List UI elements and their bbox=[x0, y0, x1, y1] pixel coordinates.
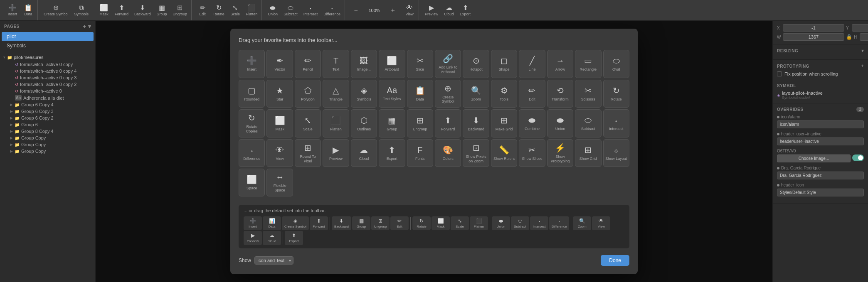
h-input[interactable] bbox=[860, 33, 868, 41]
x-input[interactable] bbox=[783, 24, 844, 32]
tool-item-add-link[interactable]: 🔗 Add Link to Artboard bbox=[435, 50, 461, 78]
tool-item-subtract2[interactable]: ⬭ Subtract bbox=[575, 109, 601, 137]
toolbar-ungroup-btn[interactable]: ⊞ Ungroup bbox=[170, 3, 190, 18]
layers-root-group[interactable]: ▾ 📁 pilot/measures bbox=[0, 54, 95, 61]
default-bar-item-d-group[interactable]: ▦ Group bbox=[352, 216, 370, 231]
default-bar-item-d-backward[interactable]: ⬇ Backward bbox=[332, 216, 351, 231]
list-item[interactable]: ↺ form/switch--active 0 copy bbox=[0, 61, 95, 68]
tool-item-text-styles[interactable]: Aa Text Styles bbox=[379, 80, 405, 108]
default-bar-item-d-rotate[interactable]: ↻ Rotate bbox=[412, 216, 431, 231]
tool-item-rotate[interactable]: ↻ Rotate bbox=[603, 80, 629, 108]
tool-item-artboard[interactable]: ⬜ Artboard bbox=[379, 50, 405, 78]
toolbar-group-btn[interactable]: ▦ Group bbox=[154, 3, 170, 18]
toolbar-backward-btn[interactable]: ⬇ Backward bbox=[132, 3, 153, 18]
override-toggle[interactable] bbox=[852, 154, 864, 161]
toolbar-insert-btn[interactable]: ➕ Insert bbox=[5, 3, 20, 18]
list-item[interactable]: ▶ 📁 Group 6 Copy 2 bbox=[0, 115, 95, 121]
default-bar-item-d-create-symbol[interactable]: ◈ Create Symbol bbox=[282, 216, 309, 231]
list-item[interactable]: ▶ 📁 Group 6 Copy 4 bbox=[0, 101, 95, 108]
chevron-up-icon[interactable]: ▾ bbox=[88, 23, 91, 29]
list-item[interactable]: ↺ form/switch--active 0 copy 3 bbox=[0, 74, 95, 81]
page-pilot[interactable]: pilot bbox=[2, 32, 94, 41]
list-item[interactable]: ▶ 📁 Group 6 bbox=[0, 121, 95, 128]
list-item[interactable]: ▶ 📁 Group 6 Copy 3 bbox=[0, 108, 95, 115]
tool-item-backward[interactable]: ⬇ Backward bbox=[463, 109, 489, 137]
tool-item-edit[interactable]: ✏ Edit bbox=[519, 80, 545, 108]
tool-item-view[interactable]: 👁 View bbox=[266, 139, 293, 167]
list-item[interactable]: ▶ 📁 Group Copy bbox=[0, 148, 95, 154]
override-icon-alarm-select[interactable]: icon/alarm bbox=[777, 120, 864, 128]
tool-item-rounded[interactable]: ▢ Rounded bbox=[239, 80, 265, 108]
tool-item-group[interactable]: ▦ Group bbox=[379, 109, 405, 137]
tool-item-shape[interactable]: ◻ Shape bbox=[491, 50, 517, 78]
toolbar-edit-btn[interactable]: ✏ Edit bbox=[195, 3, 210, 18]
toolbar-preview-btn[interactable]: ▶ Preview bbox=[422, 3, 441, 18]
fix-position-checkbox[interactable] bbox=[777, 71, 782, 76]
tool-item-polygon[interactable]: ⬠ Polygon bbox=[295, 80, 321, 108]
tool-item-image[interactable]: 🖼 Image... bbox=[351, 50, 377, 78]
tool-item-export[interactable]: ⬆ Export bbox=[379, 139, 405, 167]
tool-item-symbols[interactable]: ◈ Symbols bbox=[351, 80, 377, 108]
tool-item-oval[interactable]: ⬭ Oval bbox=[603, 50, 629, 78]
tool-item-star[interactable]: ★ Star bbox=[266, 80, 293, 108]
tool-item-forward[interactable]: ⬆ Forward bbox=[435, 109, 461, 137]
tool-item-show-prototyping[interactable]: ⚡ Show Prototyping bbox=[547, 139, 573, 167]
tool-item-line[interactable]: ╱ Line bbox=[519, 50, 545, 78]
tool-item-difference2[interactable]: ⬫ Difference bbox=[239, 139, 265, 167]
list-item[interactable]: Aa Adherencia a la diet bbox=[0, 94, 95, 101]
list-item[interactable]: ↺ form/switch--active 0 copy 2 bbox=[0, 81, 95, 88]
y-input[interactable] bbox=[852, 24, 868, 32]
tool-item-pencil[interactable]: ✏ Pencil bbox=[295, 50, 321, 78]
resizing-toggle[interactable]: ▾ bbox=[861, 48, 864, 54]
tool-item-intersect2[interactable]: ⬪ Intersect bbox=[603, 109, 629, 137]
tool-item-scale[interactable]: ⤡ Scale bbox=[295, 109, 321, 137]
toolbar-rotate-btn[interactable]: ↻ Rotate bbox=[211, 3, 227, 18]
default-bar-item-d-edit[interactable]: ✏ Edit bbox=[390, 216, 409, 231]
default-bar-item-d-ungroup[interactable]: ⊞ Ungroup bbox=[371, 216, 390, 231]
default-bar-item-d-export[interactable]: ⬆ Export bbox=[285, 231, 303, 245]
default-bar-item-d-intersect[interactable]: ⬪ Intersect bbox=[530, 216, 548, 231]
list-item[interactable]: ↺ form/switch--active 0 bbox=[0, 88, 95, 94]
tool-item-fonts[interactable]: F Fonts bbox=[407, 139, 433, 167]
tool-item-rectangle[interactable]: ▭ Rectangle bbox=[575, 50, 601, 78]
tool-item-vector[interactable]: ✒ Vector bbox=[266, 50, 293, 78]
tool-item-cloud[interactable]: ☁ Cloud bbox=[351, 139, 377, 167]
tool-item-outlines[interactable]: ⬡ Outlines bbox=[351, 109, 377, 137]
tool-item-rotate-copies[interactable]: ↻ Rotate Copies bbox=[239, 109, 265, 137]
tool-item-flexible-space[interactable]: ↔ Flexible Space bbox=[266, 169, 293, 196]
tool-item-data[interactable]: 📋 Data bbox=[407, 80, 433, 108]
tool-item-show-pixels[interactable]: ⊡ Show Pixels on Zoom bbox=[463, 139, 489, 167]
override-dra-garcia-input[interactable] bbox=[777, 172, 864, 179]
default-bar-item-d-subtract[interactable]: ⬭ Subtract bbox=[511, 216, 529, 231]
default-bar-item-d-cloud[interactable]: ☁ Cloud bbox=[263, 231, 281, 245]
default-bar-item-d-mask[interactable]: ⬜ Mask bbox=[432, 216, 450, 231]
default-bar-item-d-zoom[interactable]: 🔍 Zoom bbox=[573, 216, 591, 231]
show-select[interactable]: Icon and Text Icon Only Text Only bbox=[254, 256, 293, 265]
tool-item-arrow[interactable]: → Arrow bbox=[547, 50, 573, 78]
list-item[interactable]: ▶ 📁 Group 8 Copy 4 bbox=[0, 128, 95, 135]
default-bar-item-d-difference[interactable]: ⬫ Difference bbox=[549, 216, 569, 231]
prototyping-add-icon[interactable]: + bbox=[861, 63, 864, 69]
default-bar-item-d-view[interactable]: 👁 View bbox=[592, 216, 610, 231]
w-input[interactable] bbox=[783, 33, 844, 41]
override-header-user-select[interactable]: header/user--inactive bbox=[777, 137, 864, 145]
default-bar-item-d-flatten[interactable]: ⬛ Flatten bbox=[470, 216, 488, 231]
add-page-icon[interactable]: + bbox=[83, 23, 86, 29]
tool-item-show-rulers[interactable]: 📏 Show Rulers bbox=[491, 139, 517, 167]
default-bar-item-d-data[interactable]: 📊 Data bbox=[263, 216, 281, 231]
tool-item-show-layout[interactable]: ⬦ Show Layout bbox=[603, 139, 629, 167]
toolbar-difference-btn[interactable]: ⬫ Difference bbox=[321, 3, 343, 18]
tool-item-transform[interactable]: ⟲ Transform bbox=[547, 80, 573, 108]
toolbar-intersect-btn[interactable]: ⬪ Intersect bbox=[301, 3, 321, 18]
tool-item-insert[interactable]: ➕ Insert bbox=[239, 50, 265, 78]
tool-item-mask[interactable]: ⬜ Mask bbox=[266, 109, 293, 137]
toolbar-forward-btn[interactable]: ⬆ Forward bbox=[112, 3, 131, 18]
tool-item-preview[interactable]: ▶ Preview bbox=[323, 139, 349, 167]
tool-item-make-grid[interactable]: ⊞ Make Grid bbox=[491, 109, 517, 137]
list-item[interactable]: ↺ form/switch--active 0 copy 4 bbox=[0, 68, 95, 74]
tool-item-combine[interactable]: ⬬ Combine bbox=[519, 109, 545, 137]
toolbar-symbols-btn[interactable]: ⧉ Symbols bbox=[72, 3, 91, 18]
tool-item-ungroup[interactable]: ⊞ Ungroup bbox=[407, 109, 433, 137]
tool-item-show-slices[interactable]: ✂ Show Slices bbox=[519, 139, 545, 167]
list-item[interactable]: ▶ 📁 Group Copy bbox=[0, 141, 95, 148]
